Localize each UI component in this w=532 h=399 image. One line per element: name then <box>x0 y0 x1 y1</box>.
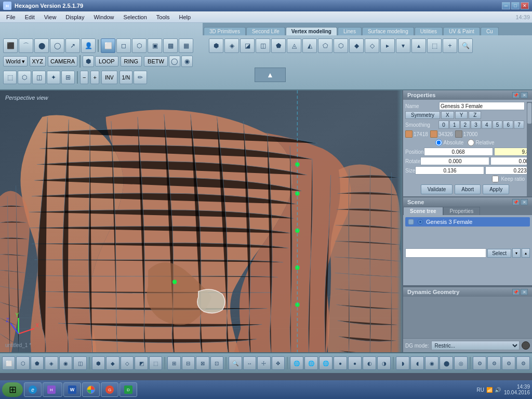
menu-display[interactable]: Display <box>61 13 88 21</box>
validate-button[interactable]: Validate <box>421 184 453 194</box>
tool-r12[interactable]: ▸ <box>380 38 395 53</box>
tool-vertex-select[interactable]: ⬡ <box>132 38 147 53</box>
keep-ratio-checkbox[interactable] <box>492 176 499 182</box>
tool-face-select[interactable]: ⬜ <box>101 38 115 53</box>
props-scrollbar[interactable] <box>527 102 532 196</box>
tb3-3[interactable]: ◫ <box>32 71 46 84</box>
rotate-y[interactable] <box>490 157 532 165</box>
smooth-5[interactable]: 5 <box>493 121 503 129</box>
sb-globe1[interactable]: 🌐 <box>290 356 303 370</box>
sb-r3[interactable]: ◉ <box>425 356 438 370</box>
minus-btn[interactable]: − <box>80 71 88 84</box>
tab-scene-tree[interactable]: Scene tree <box>403 207 443 215</box>
tool-r1[interactable]: ⬢ <box>209 38 223 53</box>
props-scroll-thumb[interactable] <box>527 103 531 124</box>
sb-s3[interactable]: ⚙ <box>502 356 515 370</box>
sb-2[interactable]: ⬡ <box>16 356 29 370</box>
world-dropdown-icon[interactable]: ▾ <box>22 58 25 65</box>
symmetry-button[interactable]: Symmetry <box>405 111 440 119</box>
tool-r13[interactable]: ▾ <box>396 38 410 53</box>
world-selector[interactable]: World ▾ <box>3 56 28 66</box>
sb-globe7[interactable]: ◑ <box>377 356 391 370</box>
sb-cam2[interactable]: ↔ <box>243 356 256 370</box>
sb-6[interactable]: ◫ <box>73 356 86 370</box>
tool-r10[interactable]: ◆ <box>349 38 364 53</box>
tab-surface-modeling[interactable]: Surface modeling <box>362 27 414 35</box>
sb-globe6[interactable]: ◐ <box>363 356 376 370</box>
size-x[interactable] <box>415 166 484 175</box>
relative-radio-input[interactable] <box>468 139 474 146</box>
menu-selection[interactable]: Selection <box>119 13 151 21</box>
rotate-x[interactable] <box>420 157 489 165</box>
tb2-2[interactable]: ◯ <box>169 56 180 67</box>
absolute-radio[interactable]: Absolute <box>435 139 463 146</box>
tb2-3[interactable]: ◉ <box>181 56 193 67</box>
taskbar-chrome[interactable] <box>82 382 100 397</box>
apply-button[interactable]: Apply <box>483 184 509 194</box>
tool-cylinder[interactable]: ◯ <box>50 38 64 53</box>
xyz-btn[interactable]: XYZ <box>30 56 46 66</box>
tool-r9[interactable]: ⬡ <box>334 38 348 53</box>
tool-lasso[interactable]: ⌒ <box>19 38 33 53</box>
tool-human[interactable]: 👤 <box>81 38 96 53</box>
tool-edge-select[interactable]: ◻ <box>116 38 131 53</box>
position-y[interactable] <box>494 148 532 156</box>
tool-r4[interactable]: ◫ <box>256 38 270 53</box>
select-button[interactable]: Select <box>487 249 511 258</box>
select-input[interactable] <box>405 248 486 258</box>
tool-r3[interactable]: ◪ <box>240 38 255 53</box>
sb-13[interactable]: ⊟ <box>182 356 195 370</box>
1n-btn[interactable]: 1/N <box>119 71 133 84</box>
tb3-5[interactable]: ⊞ <box>61 71 75 84</box>
sb-s1[interactable]: ⚙ <box>473 356 486 370</box>
sb-4[interactable]: ◈ <box>45 356 58 370</box>
tool-r17[interactable]: 🔍 <box>458 38 473 53</box>
dg-close-button[interactable]: ✕ <box>521 289 528 295</box>
tool-r7[interactable]: ◭ <box>302 38 317 53</box>
sb-globe5[interactable]: ● <box>348 356 362 370</box>
tb3-2[interactable]: ⬡ <box>18 71 31 84</box>
tab-vertex-modeling[interactable]: Vertex modeling <box>286 27 337 35</box>
taskbar-ie[interactable]: e <box>24 382 42 397</box>
size-y[interactable] <box>485 166 532 175</box>
scene-close-button[interactable]: ✕ <box>521 199 528 205</box>
smooth-2[interactable]: 2 <box>460 121 471 129</box>
panel-controls[interactable]: 📌 ✕ <box>512 92 528 98</box>
smooth-7[interactable]: 7 <box>514 121 524 129</box>
tab-uv-paint[interactable]: UV & Paint <box>443 27 480 35</box>
tool-sphere[interactable]: ⬤ <box>34 38 49 53</box>
menu-edit[interactable]: Edit <box>21 13 39 21</box>
panel-pin-button[interactable]: 📌 <box>512 92 520 98</box>
viewport-resize-handle[interactable] <box>397 90 402 352</box>
tool-r15[interactable]: ⬚ <box>427 38 442 53</box>
sb-5[interactable]: ◉ <box>59 356 72 370</box>
scene-panel-controls[interactable]: 📌 ✕ <box>512 199 528 205</box>
sb-11[interactable]: ⬚ <box>149 356 162 370</box>
tab-lines[interactable]: Lines <box>338 27 362 35</box>
tool-r2[interactable]: ◈ <box>224 38 239 53</box>
position-x[interactable] <box>424 148 493 156</box>
tool-r8[interactable]: ⬠ <box>318 38 332 53</box>
loop-btn[interactable]: LOOP <box>95 56 118 66</box>
sb-9[interactable]: ◇ <box>121 356 134 370</box>
tab-cu[interactable]: Cu <box>481 27 499 35</box>
sb-r2[interactable]: ◖ <box>410 356 424 370</box>
symmetry-x-button[interactable]: X <box>441 111 454 119</box>
sb-1[interactable]: ⬜ <box>2 356 15 370</box>
sb-cam3[interactable]: ☩ <box>257 356 270 370</box>
dg-pin-button[interactable]: 📌 <box>512 289 520 295</box>
start-button[interactable]: ⊞ <box>2 382 23 397</box>
sb-r1[interactable]: ◗ <box>396 356 409 370</box>
sb-12[interactable]: ⊞ <box>167 356 180 370</box>
smooth-1[interactable]: 1 <box>449 121 460 129</box>
name-input[interactable] <box>439 102 525 110</box>
tab-scene-properties[interactable]: Properties <box>443 207 481 215</box>
window-controls[interactable]: ─ □ ✕ <box>502 2 529 9</box>
smooth-6[interactable]: 6 <box>503 121 513 129</box>
sb-3[interactable]: ⬟ <box>31 356 44 370</box>
menu-file[interactable]: File <box>2 13 20 21</box>
smooth-3[interactable]: 3 <box>471 121 481 129</box>
select-up-icon[interactable]: ▴ <box>522 248 530 258</box>
tool-r14[interactable]: ▴ <box>411 38 426 53</box>
smooth-0[interactable]: 0 <box>438 121 449 129</box>
